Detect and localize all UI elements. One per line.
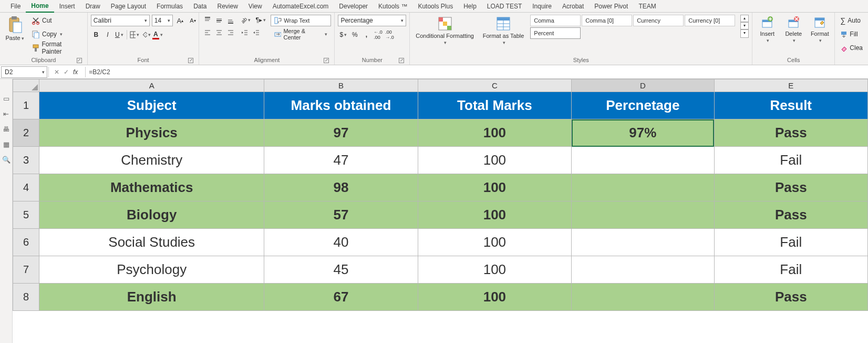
align-left-button[interactable] (202, 27, 213, 38)
font-size-select[interactable]: 14 (152, 15, 173, 26)
cell-style-comma[interactable]: Comma (530, 15, 581, 26)
decrease-decimal-button[interactable]: .00→.0 (384, 29, 395, 40)
name-box[interactable]: D2 (1, 66, 47, 78)
cell-style-currency-0-[interactable]: Currency [0] (685, 15, 735, 26)
formula-input[interactable] (86, 66, 868, 78)
cell-B4[interactable]: 98 (264, 174, 418, 201)
tab-team[interactable]: TEAM (633, 1, 661, 12)
cell-D3[interactable] (572, 147, 715, 174)
format-painter-button[interactable]: Format Painter (29, 42, 84, 54)
cell-E6[interactable]: Fail (714, 229, 867, 256)
cell-B7[interactable]: 45 (264, 256, 418, 284)
cell-D6[interactable] (572, 229, 715, 256)
increase-font-button[interactable]: A▴ (175, 15, 185, 26)
tab-developer[interactable]: Developer (334, 1, 373, 12)
increase-indent-button[interactable] (251, 27, 261, 38)
cell-D5[interactable] (572, 201, 715, 229)
column-header-E[interactable]: E (714, 79, 867, 92)
cell-A6[interactable]: Social Studies (39, 229, 264, 256)
paste-button[interactable]: Paste▾ (3, 15, 26, 43)
cell-style-percent[interactable]: Percent (530, 27, 581, 39)
cell-E8[interactable]: Pass (714, 284, 867, 311)
cell-E7[interactable]: Fail (714, 256, 867, 284)
orientation-button[interactable]: ab▾ (239, 15, 253, 25)
number-format-select[interactable]: Percentage (338, 15, 406, 26)
conditional-formatting-button[interactable]: Conditional Formatting ▾ (413, 15, 476, 47)
font-color-button[interactable]: A▾ (152, 29, 163, 40)
tab-insert[interactable]: Insert (54, 1, 80, 12)
cell-A8[interactable]: English (39, 284, 264, 311)
cell-E2[interactable]: Pass (714, 119, 867, 147)
tab-formulas[interactable]: Formulas (151, 1, 188, 12)
tab-automateexcel-com[interactable]: AutomateExcel.com (267, 1, 334, 12)
side-tool-3[interactable]: 🖶 (3, 125, 9, 133)
cancel-formula-button[interactable]: ✕ (54, 68, 59, 76)
cell-B8[interactable]: 67 (264, 284, 418, 311)
cell-D2[interactable]: 97% (572, 119, 715, 147)
cell-C8[interactable]: 100 (418, 284, 571, 311)
row-header-8[interactable]: 8 (13, 284, 39, 311)
cell-A7[interactable]: Psychology (39, 256, 264, 284)
cell-C5[interactable]: 100 (418, 201, 571, 229)
row-header-1[interactable]: 1 (13, 92, 39, 119)
clear-button[interactable]: Clea (838, 42, 865, 54)
column-header-C[interactable]: C (418, 79, 571, 92)
cell-B2[interactable]: 97 (264, 119, 418, 147)
comma-format-button[interactable]: , (361, 29, 371, 40)
cell-D4[interactable] (572, 174, 715, 201)
row-header-5[interactable]: 5 (13, 201, 39, 229)
cell-C4[interactable]: 100 (418, 174, 571, 201)
borders-button[interactable]: ▾ (129, 29, 140, 40)
cell-D8[interactable] (572, 284, 715, 311)
decrease-font-button[interactable]: A▾ (188, 15, 198, 26)
cell-B3[interactable]: 47 (264, 147, 418, 174)
select-all-corner[interactable] (13, 79, 39, 92)
row-header-2[interactable]: 2 (13, 119, 39, 147)
cell-B1[interactable]: Marks obtained (264, 92, 418, 119)
align-middle-button[interactable] (214, 15, 224, 25)
percent-format-button[interactable]: % (349, 29, 360, 40)
tab-home[interactable]: Home (26, 0, 54, 13)
styles-scroll-up[interactable]: ▴ (740, 15, 749, 22)
fill-button[interactable]: Fill (838, 28, 865, 40)
cut-button[interactable]: Cut (29, 15, 84, 26)
fill-color-button[interactable]: ▾ (141, 29, 151, 40)
side-tool-5[interactable]: 🔍 (2, 156, 11, 164)
tab-load-test[interactable]: LOAD TEST (482, 1, 527, 12)
font-dialog-launcher[interactable]: ⤢ (188, 58, 193, 63)
cell-C6[interactable]: 100 (418, 229, 571, 256)
cell-A3[interactable]: Chemistry (39, 147, 264, 174)
cell-A5[interactable]: Biology (39, 201, 264, 229)
tab-kutools-[interactable]: Kutools ™ (373, 1, 412, 12)
accounting-format-button[interactable]: $▾ (338, 29, 348, 40)
merge-center-button[interactable]: Merge & Center▾ (271, 28, 331, 40)
cell-C7[interactable]: 100 (418, 256, 571, 284)
align-center-button[interactable] (214, 27, 224, 38)
cell-C2[interactable]: 100 (418, 119, 571, 147)
side-tool-2[interactable]: ⇤ (3, 110, 9, 118)
column-header-B[interactable]: B (264, 79, 418, 92)
cell-E4[interactable]: Pass (714, 174, 867, 201)
align-top-button[interactable] (202, 15, 213, 25)
tab-data[interactable]: Data (188, 1, 212, 12)
tab-view[interactable]: View (243, 1, 267, 12)
tab-draw[interactable]: Draw (80, 1, 106, 12)
decrease-indent-button[interactable] (239, 27, 250, 38)
cell-B5[interactable]: 57 (264, 201, 418, 229)
cell-C3[interactable]: 100 (418, 147, 571, 174)
cell-A2[interactable]: Physics (39, 119, 264, 147)
tab-review[interactable]: Review (212, 1, 243, 12)
fx-icon[interactable]: fx (73, 68, 81, 76)
format-as-table-button[interactable]: Format as Table ▾ (480, 15, 528, 47)
tab-power-pivot[interactable]: Power Pivot (589, 1, 633, 12)
row-header-3[interactable]: 3 (13, 147, 39, 174)
align-right-button[interactable] (225, 27, 236, 38)
underline-button[interactable]: U▾ (114, 29, 125, 40)
cell-C1[interactable]: Total Marks (418, 92, 571, 119)
enter-formula-button[interactable]: ✓ (64, 68, 69, 76)
side-tool-4[interactable]: ▦ (3, 140, 9, 148)
insert-cells-button[interactable]: Insert▾ (756, 15, 779, 45)
tab-acrobat[interactable]: Acrobat (557, 1, 589, 12)
italic-button[interactable]: I (102, 29, 113, 40)
tab-inquire[interactable]: Inquire (527, 1, 557, 12)
